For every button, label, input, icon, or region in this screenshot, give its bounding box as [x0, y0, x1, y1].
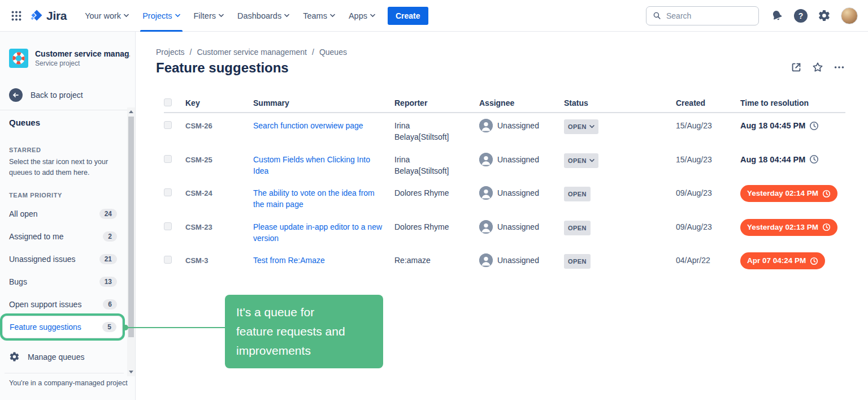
row-checkbox[interactable]: [164, 121, 172, 129]
unassigned-avatar-icon: [479, 186, 493, 200]
status-badge[interactable]: OPEN: [564, 119, 598, 134]
chevron-down-icon: [330, 14, 335, 18]
created-date: 04/Apr/22: [676, 256, 710, 265]
issue-key: CSM-25: [185, 156, 212, 164]
queue-label: Open support issues: [9, 300, 103, 309]
star-favorite-icon[interactable]: [811, 61, 824, 74]
breadcrumb-queues[interactable]: Queues: [319, 48, 347, 57]
nav-item-teams[interactable]: Teams: [296, 0, 342, 32]
created-date: 15/Aug/23: [676, 121, 712, 130]
breadcrumb-projects[interactable]: Projects: [156, 48, 185, 57]
issue-summary-link[interactable]: Please update in-app editor to a new ver…: [253, 221, 394, 244]
create-button[interactable]: Create: [388, 7, 428, 25]
nav-item-projects[interactable]: Projects: [136, 0, 186, 32]
sidebar-item-bugs[interactable]: Bugs 13: [2, 270, 123, 293]
chevron-down-icon: [589, 159, 594, 162]
queue-count-badge: 5: [102, 322, 116, 332]
global-search[interactable]: [646, 6, 759, 25]
more-actions-icon[interactable]: [833, 61, 845, 74]
unassigned-avatar-icon: [479, 119, 493, 132]
assignee-name: Unassigned: [497, 221, 539, 233]
jira-logo[interactable]: Jira: [29, 9, 67, 23]
back-label: Back to project: [31, 91, 83, 100]
sidebar-item-unassigned-issues[interactable]: Unassigned issues 21: [2, 248, 123, 270]
reporter-name: Irina Belaya[Stiltsoft]: [394, 154, 479, 177]
issue-summary-link[interactable]: Custom Fields when Clicking Into Idea: [253, 154, 394, 177]
created-date: 09/Aug/23: [676, 222, 712, 231]
sidebar-scrollbar[interactable]: [127, 107, 135, 376]
row-checkbox[interactable]: [164, 155, 172, 163]
queue-count-badge: 21: [99, 254, 117, 264]
created-date: 15/Aug/23: [676, 155, 712, 164]
reporter-name: Dolores Rhyme: [394, 187, 463, 199]
sidebar-divider: [5, 373, 124, 373]
unassigned-avatar-icon: [479, 153, 493, 166]
settings-gear-icon[interactable]: [818, 9, 831, 22]
annotation-connector-line: [125, 327, 225, 328]
nav-item-filters[interactable]: Filters: [187, 0, 231, 32]
back-to-project[interactable]: Back to project: [9, 88, 83, 102]
help-icon[interactable]: ?: [794, 9, 808, 23]
row-checkbox[interactable]: [164, 256, 172, 264]
title-actions: [790, 61, 845, 74]
row-checkbox[interactable]: [164, 222, 172, 230]
sidebar-item-feature-suggestions[interactable]: Feature suggestions 5: [2, 316, 123, 338]
status-badge[interactable]: OPEN: [564, 153, 598, 168]
scroll-down-arrow[interactable]: [129, 371, 133, 373]
col-summary: Summary: [253, 98, 394, 107]
issue-key: CSM-3: [185, 256, 208, 265]
app-switcher-icon[interactable]: [10, 10, 23, 22]
share-export-icon[interactable]: [790, 61, 802, 74]
notifications-icon[interactable]: [770, 9, 784, 23]
project-header[interactable]: Customer service manag... Service projec…: [9, 49, 130, 68]
sidebar-item-assigned-to-me[interactable]: Assigned to me 2: [2, 225, 123, 248]
nav-item-your-work[interactable]: Your work: [78, 0, 136, 32]
breadcrumb-separator: /: [190, 48, 192, 57]
assignee-name: Unassigned: [497, 187, 539, 199]
queue-count-badge: 2: [103, 231, 117, 242]
status-badge[interactable]: OPEN: [564, 254, 591, 269]
project-name: Customer service manag...: [35, 49, 130, 58]
scrollbar-thumb[interactable]: [128, 117, 134, 337]
row-checkbox[interactable]: [164, 188, 172, 196]
time-to-resolution-overdue-badge: Apr 07 04:24 PM: [740, 252, 825, 269]
time-to-resolution-overdue-badge: Yesterday 02:13 PM: [740, 219, 837, 236]
queue-label: Bugs: [9, 277, 99, 286]
table-body: CSM-26 Search function overwiew page Iri…: [164, 113, 845, 282]
created-date: 09/Aug/23: [676, 188, 712, 197]
status-badge[interactable]: OPEN: [564, 187, 591, 201]
select-all-checkbox[interactable]: [164, 98, 172, 106]
col-key: Key: [185, 98, 253, 107]
annotation-connector-dot: [123, 325, 128, 330]
chevron-down-icon: [175, 14, 180, 18]
issue-summary-link[interactable]: Test from Re:Amaze: [253, 255, 336, 266]
status-badge[interactable]: OPEN: [564, 221, 591, 235]
issue-summary-link[interactable]: The ability to vote on the idea from the…: [253, 187, 394, 210]
assignee-name: Unassigned: [497, 120, 539, 131]
annotation-line: improvements: [236, 341, 372, 360]
search-input[interactable]: [666, 11, 769, 20]
nav-item-apps[interactable]: Apps: [342, 0, 382, 32]
scroll-up-arrow[interactable]: [129, 110, 133, 113]
table-row[interactable]: CSM-23 Please update in-app editor to a …: [164, 214, 845, 248]
chevron-down-icon: [589, 125, 594, 128]
nav-item-dashboards[interactable]: Dashboards: [231, 0, 296, 32]
chevron-down-icon: [370, 14, 375, 18]
sidebar-item-open-support-issues[interactable]: Open support issues 6: [2, 293, 123, 316]
col-status: Status: [564, 98, 676, 107]
reporter-name: Re:amaze: [394, 255, 445, 266]
issue-summary-link[interactable]: Search function overwiew page: [253, 120, 375, 131]
project-avatar-icon: [9, 49, 28, 68]
team-priority-section-header: TEAM PRIORITY: [9, 192, 62, 199]
sidebar-item-all-open[interactable]: All open 24: [2, 203, 123, 225]
issue-key: CSM-24: [185, 189, 212, 197]
table-row[interactable]: CSM-24 The ability to vote on the idea f…: [164, 180, 845, 214]
table-row[interactable]: CSM-25 Custom Fields when Clicking Into …: [164, 147, 845, 181]
breadcrumb-project-name[interactable]: Customer service management: [197, 48, 307, 57]
manage-queues[interactable]: Manage queues: [9, 351, 84, 362]
table-row[interactable]: CSM-26 Search function overwiew page Iri…: [164, 113, 845, 147]
user-avatar[interactable]: [841, 7, 858, 24]
table-row[interactable]: CSM-3 Test from Re:Amaze Re:amaze Unassi…: [164, 248, 845, 282]
jira-wordmark: Jira: [46, 9, 67, 23]
clock-icon: [810, 257, 818, 265]
